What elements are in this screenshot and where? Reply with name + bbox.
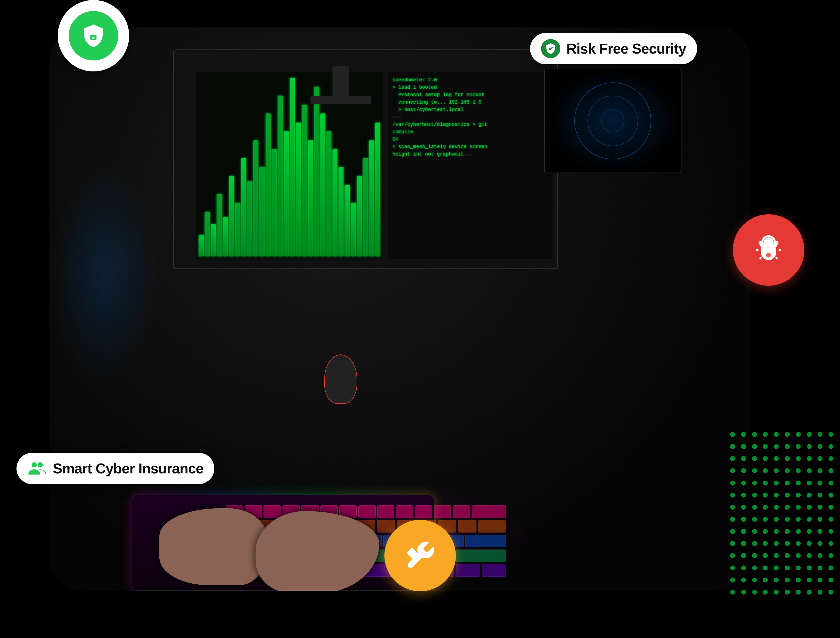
dot-grid-item: [807, 590, 812, 595]
monitor-frame: speedometer 2.0 > load 1 booted Protocol…: [173, 49, 558, 269]
dot-grid-item: [741, 456, 746, 461]
dot-grid-item: [774, 456, 779, 461]
dot-grid-item: [829, 444, 834, 449]
dot-grid-item: [741, 480, 746, 485]
dot-grid-item: [741, 517, 746, 522]
secondary-monitor: [544, 69, 681, 173]
chart-bar: [351, 203, 356, 256]
shield-circle-badge: [58, 0, 129, 71]
dot-grid-item: [785, 529, 790, 534]
dot-grid-item: [818, 480, 823, 485]
chart-bar: [363, 158, 368, 257]
dot-grid-item: [785, 456, 790, 461]
chart-bar: [217, 194, 222, 257]
dot-grid-item: [741, 468, 746, 473]
dot-grid-item: [785, 553, 790, 558]
chart-bar: [308, 141, 313, 257]
dot-grid-item: [774, 578, 779, 583]
dot-grid-item: [796, 505, 801, 510]
dot-grid-item: [818, 553, 823, 558]
dot-grid-item: [829, 432, 834, 437]
right-hand: [256, 511, 379, 591]
dot-grid-item: [741, 493, 746, 497]
dot-grid-item: [807, 529, 812, 534]
dot-grid-item: [730, 541, 735, 546]
dot-grid-item: [807, 456, 812, 461]
left-hand: [159, 509, 269, 585]
dot-grid-item: [763, 565, 768, 570]
monitor-area: speedometer 2.0 > load 1 booted Protocol…: [146, 49, 613, 297]
chart-bar: [338, 167, 343, 256]
wrench-screwdriver-icon: [404, 539, 437, 572]
dot-grid-item: [796, 444, 801, 449]
chart-bar: [259, 167, 264, 256]
terminal-output: speedometer 2.0 > load 1 booted Protocol…: [392, 76, 549, 158]
dot-grid-item: [785, 444, 790, 449]
dot-grid-item: [741, 541, 746, 546]
dot-grid-item: [829, 505, 834, 510]
dot-grid-item: [774, 480, 779, 485]
dot-grid-item: [818, 565, 823, 570]
radar-display: [574, 82, 651, 160]
dot-grid-item: [829, 565, 834, 570]
dot-grid-item: [785, 505, 790, 510]
monitor-stand: [333, 66, 349, 99]
chart-bar: [223, 217, 228, 256]
dot-grid-item: [796, 565, 801, 570]
dot-grid-item: [807, 505, 812, 510]
dot-grid-item: [752, 553, 757, 558]
dot-grid-item: [730, 468, 735, 473]
dot-grid-item: [796, 480, 801, 485]
chart-bar: [375, 123, 380, 257]
dot-grid-item: [818, 456, 823, 461]
tools-circle-badge: [384, 520, 456, 591]
chart-bar: [247, 182, 252, 256]
dot-grid-item: [796, 578, 801, 583]
dot-grid-item: [774, 541, 779, 546]
dot-grid-item: [752, 590, 757, 595]
dot-grid-item: [796, 468, 801, 473]
dot-grid-item: [807, 444, 812, 449]
dot-grid-item: [829, 493, 834, 497]
dot-grid-item: [807, 480, 812, 485]
dot-grid-item: [763, 456, 768, 461]
dot-grid-item: [785, 493, 790, 497]
chart-bar: [357, 176, 362, 257]
secondary-monitor-screen: [545, 69, 681, 172]
users-shield-icon: [28, 461, 46, 476]
dot-grid-item: [774, 468, 779, 473]
dot-grid-item: [829, 468, 834, 473]
dot-grid-item: [785, 480, 790, 485]
dot-grid-item: [807, 468, 812, 473]
dot-grid-item: [741, 565, 746, 570]
dot-grid-item: [829, 529, 834, 534]
dot-grid-item: [818, 529, 823, 534]
dot-grid-item: [829, 553, 834, 558]
dot-grid-item: [818, 505, 823, 510]
chart-bar: [333, 149, 338, 256]
hacker-background: speedometer 2.0 > load 1 booted Protocol…: [49, 27, 750, 591]
dot-grid-item: [818, 590, 823, 595]
dot-grid-item: [818, 578, 823, 583]
dot-grid-item: [752, 480, 757, 485]
dot-grid-item: [818, 444, 823, 449]
dot-grid-item: [807, 517, 812, 522]
dot-grid-item: [774, 505, 779, 510]
dot-grid-item: [829, 480, 834, 485]
key: [453, 505, 470, 518]
dot-grid-item: [730, 456, 735, 461]
dot-grid-item: [774, 565, 779, 570]
dot-grid-item: [730, 553, 735, 558]
dot-grid-item: [818, 468, 823, 473]
smart-cyber-badge-icon: [27, 459, 47, 478]
dot-grid-item: [741, 505, 746, 510]
key: [456, 564, 480, 577]
dot-grid-item: [752, 529, 757, 534]
key: [472, 505, 506, 518]
dot-grid-item: [807, 493, 812, 497]
key: [482, 564, 506, 577]
dot-grid-item: [741, 432, 746, 437]
dot-grid-item: [752, 456, 757, 461]
chart-bar: [235, 203, 240, 256]
main-scene: speedometer 2.0 > load 1 booted Protocol…: [0, 0, 840, 638]
